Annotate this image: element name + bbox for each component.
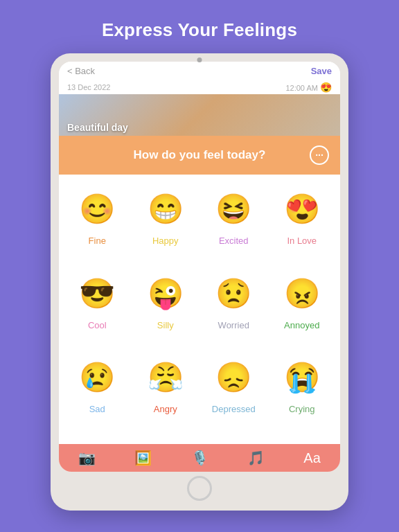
emoji-label-inlove: In Love	[287, 236, 317, 246]
journal-time: 12:00 AM	[285, 84, 317, 92]
emoji-item-depressed[interactable]: 😞Depressed	[202, 354, 265, 433]
emoji-item-fine[interactable]: 😊Fine	[66, 186, 129, 265]
music-icon[interactable]: 🎵	[247, 450, 265, 466]
emoji-face-sad: 😢	[73, 354, 121, 401]
back-button[interactable]: < Back	[67, 66, 95, 76]
camera-icon[interactable]: 📷	[78, 450, 96, 466]
emoji-item-silly[interactable]: 😜Silly	[134, 270, 197, 349]
emoji-label-worried: Worried	[218, 320, 249, 330]
save-button[interactable]: Save	[311, 66, 332, 76]
emoji-label-depressed: Depressed	[212, 404, 256, 414]
emoji-face-worried: 😟	[210, 270, 257, 317]
journal-image: Beautiful day	[59, 94, 340, 136]
feelings-panel: How do you feel today? ··· 😊Fine😁Happy😆E…	[59, 136, 340, 444]
emoji-label-happy: Happy	[152, 236, 179, 246]
bottom-bar: 📷🖼️🎙️🎵Aa	[59, 444, 340, 472]
journal-date: 13 Dec 2022	[67, 83, 110, 91]
emoji-face-happy: 😁	[142, 186, 189, 233]
journal-meta: 13 Dec 2022 12:00 AM 😍	[59, 80, 340, 94]
time-icon: 😍	[320, 82, 332, 93]
journal-header: < Back Save	[59, 62, 340, 80]
emoji-face-inlove: 😍	[278, 186, 326, 233]
journal-time-emoji: 12:00 AM 😍	[285, 82, 332, 93]
journal-entry-title: Beautiful day	[67, 122, 128, 133]
emoji-face-annoyed: 😠	[278, 270, 326, 317]
emoji-item-angry[interactable]: 😤Angry	[134, 354, 197, 433]
more-button[interactable]: ···	[310, 145, 329, 165]
emoji-label-angry: Angry	[154, 404, 177, 414]
emoji-item-happy[interactable]: 😁Happy	[134, 186, 197, 265]
emoji-face-cool: 😎	[73, 270, 121, 317]
emoji-item-excited[interactable]: 😆Excited	[202, 186, 265, 265]
emoji-item-crying[interactable]: 😭Crying	[271, 354, 334, 433]
tablet-inner: < Back Save 13 Dec 2022 12:00 AM 😍 Beaut…	[59, 62, 340, 472]
emoji-face-angry: 😤	[142, 354, 189, 401]
tablet-frame: < Back Save 13 Dec 2022 12:00 AM 😍 Beaut…	[51, 53, 348, 511]
emoji-label-silly: Silly	[157, 320, 174, 330]
emoji-face-crying: 😭	[278, 354, 326, 401]
gallery-icon[interactable]: 🖼️	[134, 450, 152, 466]
emoji-label-excited: Excited	[219, 236, 249, 246]
home-button[interactable]	[187, 476, 212, 501]
emoji-label-sad: Sad	[89, 404, 105, 414]
emoji-item-inlove[interactable]: 😍In Love	[271, 186, 334, 265]
emoji-grid: 😊Fine😁Happy😆Excited😍In Love😎Cool😜Silly😟W…	[59, 175, 340, 444]
feelings-header: How do you feel today? ···	[59, 136, 340, 175]
emoji-item-cool[interactable]: 😎Cool	[66, 270, 129, 349]
page-title: Express Your Feelings	[102, 19, 297, 41]
emoji-face-fine: 😊	[73, 186, 121, 233]
emoji-face-depressed: 😞	[210, 354, 257, 401]
emoji-label-crying: Crying	[289, 404, 315, 414]
emoji-label-fine: Fine	[89, 236, 106, 246]
emoji-item-worried[interactable]: 😟Worried	[202, 270, 265, 349]
text-icon[interactable]: Aa	[303, 450, 320, 466]
home-button-area	[59, 472, 340, 502]
emoji-face-excited: 😆	[210, 186, 257, 233]
tablet-camera	[197, 57, 202, 62]
emoji-item-annoyed[interactable]: 😠Annoyed	[271, 270, 334, 349]
emoji-item-sad[interactable]: 😢Sad	[66, 354, 129, 433]
emoji-label-annoyed: Annoyed	[284, 320, 319, 330]
microphone-icon[interactable]: 🎙️	[191, 450, 209, 466]
emoji-face-silly: 😜	[142, 270, 189, 317]
feelings-question: How do you feel today?	[89, 148, 310, 162]
emoji-label-cool: Cool	[88, 320, 107, 330]
